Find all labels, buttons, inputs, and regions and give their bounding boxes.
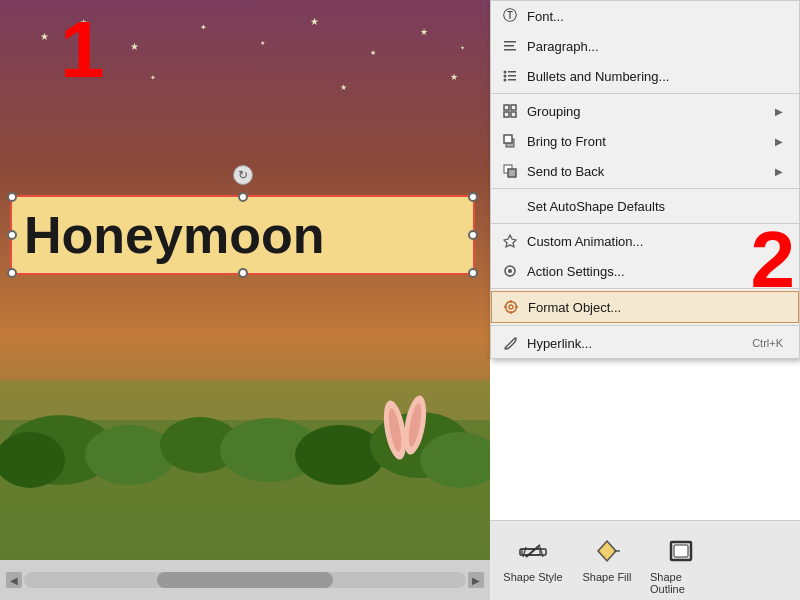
grouping-icon bbox=[501, 102, 519, 120]
divider-2 bbox=[491, 188, 799, 189]
shape-fill-label: Shape Fill bbox=[583, 571, 632, 583]
menu-item-bring-front[interactable]: Bring to Front ▶ bbox=[491, 126, 799, 156]
menu-item-hyperlink-label: Hyperlink... bbox=[527, 336, 592, 351]
shape-style-button[interactable]: Shape Style bbox=[498, 531, 568, 587]
paragraph-icon bbox=[501, 37, 519, 55]
menu-item-autoshape-label: Set AutoShape Defaults bbox=[527, 199, 665, 214]
svg-point-25 bbox=[406, 402, 423, 447]
svg-text:★: ★ bbox=[310, 16, 319, 27]
svg-point-15 bbox=[85, 425, 175, 485]
textbox-text: Honeymoon bbox=[24, 205, 461, 265]
menu-item-send-back-label: Send to Back bbox=[527, 164, 604, 179]
svg-text:✦: ✦ bbox=[150, 74, 156, 81]
svg-point-17 bbox=[160, 417, 240, 473]
shape-style-icon bbox=[517, 535, 549, 567]
bottom-toolbar: Shape Style Shape Fill Shape Outline bbox=[490, 520, 800, 600]
hyperlink-shortcut: Ctrl+K bbox=[752, 337, 783, 349]
svg-rect-30 bbox=[508, 71, 516, 73]
menu-item-bullets-label: Bullets and Numbering... bbox=[527, 69, 669, 84]
hyperlink-icon bbox=[501, 334, 519, 352]
menu-item-bring-front-label: Bring to Front bbox=[527, 134, 606, 149]
shape-fill-icon bbox=[591, 535, 623, 567]
svg-rect-28 bbox=[504, 49, 516, 51]
shape-outline-icon bbox=[665, 535, 697, 567]
svg-rect-34 bbox=[508, 79, 516, 81]
svg-point-24 bbox=[386, 407, 403, 452]
menu-item-animation-label: Custom Animation... bbox=[527, 234, 643, 249]
menu-item-paragraph[interactable]: Paragraph... bbox=[491, 31, 799, 61]
svg-point-22 bbox=[380, 399, 410, 462]
menu-item-bullets[interactable]: Bullets and Numbering... bbox=[491, 61, 799, 91]
menu-item-font-label: Font... bbox=[527, 9, 564, 24]
menu-item-format-label: Format Object... bbox=[528, 300, 621, 315]
bring-front-icon bbox=[501, 132, 519, 150]
svg-point-16 bbox=[0, 432, 65, 488]
svg-text:★: ★ bbox=[340, 83, 347, 92]
menu-item-paragraph-label: Paragraph... bbox=[527, 39, 599, 54]
handle-mr[interactable] bbox=[468, 230, 478, 240]
handle-tm[interactable] bbox=[238, 192, 248, 202]
bring-front-arrow: ▶ bbox=[775, 136, 783, 147]
canvas-scrollbar[interactable]: ◀ ▶ bbox=[0, 560, 490, 600]
shape-style-label: Shape Style bbox=[503, 571, 562, 583]
handle-ml[interactable] bbox=[7, 230, 17, 240]
svg-rect-32 bbox=[508, 75, 516, 77]
handle-tr[interactable] bbox=[468, 192, 478, 202]
font-icon: Ⓣ bbox=[501, 7, 519, 25]
svg-text:★: ★ bbox=[450, 72, 458, 82]
divider-5 bbox=[491, 325, 799, 326]
svg-point-18 bbox=[220, 418, 320, 482]
svg-rect-37 bbox=[504, 112, 509, 117]
svg-rect-38 bbox=[511, 112, 516, 117]
handle-br[interactable] bbox=[468, 268, 478, 278]
scrollbar-left-arrow[interactable]: ◀ bbox=[6, 572, 22, 588]
textbox-content[interactable]: Honeymoon bbox=[10, 195, 475, 275]
send-back-arrow: ▶ bbox=[775, 166, 783, 177]
scrollbar-right-arrow[interactable]: ▶ bbox=[468, 572, 484, 588]
svg-point-47 bbox=[509, 305, 513, 309]
scrollbar-track[interactable] bbox=[24, 572, 466, 588]
grouping-arrow: ▶ bbox=[775, 106, 783, 117]
svg-rect-62 bbox=[674, 545, 688, 557]
menu-item-grouping[interactable]: Grouping ▶ bbox=[491, 96, 799, 126]
bullets-icon bbox=[501, 67, 519, 85]
svg-rect-42 bbox=[508, 169, 516, 177]
shape-outline-button[interactable]: Shape Outline bbox=[646, 531, 716, 599]
context-menu: Ⓣ Font... Paragraph... Bullets and Numbe… bbox=[490, 0, 800, 359]
shape-outline-label: Shape Outline bbox=[650, 571, 712, 595]
svg-text:★: ★ bbox=[40, 31, 49, 42]
svg-rect-26 bbox=[504, 41, 516, 43]
svg-text:✦: ✦ bbox=[460, 45, 465, 51]
canvas-area: ★ ★ ★ ✦ ★ ★ ★ ★ ✦ ✦ ★ ★ 1 ↻ bbox=[0, 0, 490, 560]
svg-text:✦: ✦ bbox=[200, 23, 207, 32]
svg-point-45 bbox=[508, 269, 512, 273]
handle-bm[interactable] bbox=[238, 268, 248, 278]
menu-item-font[interactable]: Ⓣ Font... bbox=[491, 1, 799, 31]
svg-text:★: ★ bbox=[370, 49, 376, 56]
handle-bl[interactable] bbox=[7, 268, 17, 278]
svg-point-14 bbox=[5, 415, 115, 485]
svg-point-19 bbox=[295, 425, 385, 485]
rotate-handle[interactable]: ↻ bbox=[233, 165, 253, 185]
action-icon bbox=[501, 262, 519, 280]
handle-tl[interactable] bbox=[7, 192, 17, 202]
svg-point-29 bbox=[504, 71, 507, 74]
svg-point-46 bbox=[506, 302, 517, 313]
menu-item-send-back[interactable]: Send to Back ▶ bbox=[491, 156, 799, 186]
svg-point-21 bbox=[420, 432, 490, 488]
svg-text:★: ★ bbox=[130, 41, 139, 52]
svg-rect-12 bbox=[0, 380, 490, 560]
svg-point-23 bbox=[400, 394, 430, 457]
svg-rect-36 bbox=[511, 105, 516, 110]
svg-marker-43 bbox=[504, 235, 516, 247]
step-label-2: 2 bbox=[751, 220, 796, 300]
svg-point-31 bbox=[504, 75, 507, 78]
selected-textbox[interactable]: ↻ Honeymoon bbox=[10, 195, 475, 275]
shape-fill-button[interactable]: Shape Fill bbox=[572, 531, 642, 587]
svg-point-33 bbox=[504, 79, 507, 82]
menu-item-action-label: Action Settings... bbox=[527, 264, 625, 279]
scrollbar-thumb[interactable] bbox=[157, 572, 334, 588]
format-icon bbox=[502, 298, 520, 316]
menu-item-hyperlink[interactable]: Hyperlink... Ctrl+K bbox=[491, 328, 799, 358]
svg-rect-13 bbox=[0, 420, 490, 560]
